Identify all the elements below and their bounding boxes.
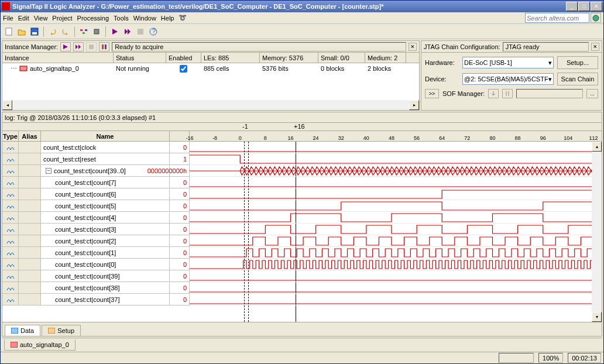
signal-row[interactable]: count_test:ct|count[3] 0 — [2, 224, 190, 235]
autorun-icon[interactable] — [122, 26, 133, 37]
col-les[interactable]: LEs: 885 — [201, 53, 260, 63]
instance-manager-panel: Instance Manager: Ready to acquire ✕ Ins… — [2, 40, 420, 111]
col-alias[interactable]: Alias — [19, 131, 41, 142]
sof-path-field[interactable] — [516, 89, 583, 98]
marker-right: +16 — [294, 123, 305, 130]
autorun-analysis-button[interactable] — [73, 42, 84, 51]
nodes-icon[interactable] — [78, 26, 90, 37]
signal-row[interactable]: count_test:ct|reset 1 — [2, 153, 190, 165]
stop-analysis-button[interactable] — [86, 42, 97, 51]
col-enabled[interactable]: Enabled — [166, 53, 201, 63]
menu-file[interactable]: File — [3, 15, 13, 22]
signal-value: 0 — [183, 226, 187, 233]
signal-row[interactable]: count_test:ct|count[2] 0 — [2, 235, 190, 247]
more-button[interactable]: >> — [425, 89, 439, 98]
scroll-left-icon[interactable]: ◂ — [2, 100, 12, 110]
browse-button[interactable]: ... — [586, 89, 598, 98]
col-status[interactable]: Status — [114, 53, 166, 63]
tab-setup[interactable]: Setup — [42, 325, 81, 336]
signal-row[interactable]: count_test:ct|count[38] 0 — [2, 282, 190, 294]
save-icon[interactable] — [29, 26, 40, 37]
signal-name: count_test:ct|count[0] — [55, 261, 116, 268]
close-button[interactable]: ✕ — [591, 2, 602, 11]
svg-rect-12 — [102, 44, 104, 49]
undo-icon[interactable] — [47, 26, 59, 37]
col-name[interactable]: Name — [41, 131, 170, 142]
run-analysis-button[interactable] — [60, 42, 71, 51]
close-panel-button[interactable]: ✕ — [409, 43, 417, 51]
instance-h-scrollbar[interactable]: ◂ ▸ — [2, 100, 419, 110]
signal-row[interactable]: count_test:ct|count[39] 0 — [2, 270, 190, 282]
jtag-panel: JTAG Chain Configuration: JTAG ready ✕ H… — [421, 40, 602, 111]
signal-name: count_test:ct|count[5] — [55, 202, 116, 210]
jtag-close-button[interactable]: ✕ — [591, 43, 599, 51]
svg-rect-3 — [32, 32, 37, 35]
time-ruler[interactable]: -16-8081624324048566472808896104112 — [190, 131, 602, 142]
status-zoom: 100% — [538, 353, 563, 363]
col-type[interactable]: Type — [2, 131, 19, 142]
instance-manager-label: Instance Manager: — [5, 43, 58, 50]
instance-row[interactable]: ⋯ auto_signaltap_0 Not running 885 cells… — [2, 63, 419, 74]
signal-name: count_test:ct|clock — [43, 144, 96, 151]
menu-help[interactable]: Help — [161, 15, 174, 22]
scroll-down-icon[interactable]: ▾ — [592, 312, 602, 322]
signal-name: count_test:ct|count[38] — [55, 284, 119, 291]
help-toolbar-icon[interactable]: ? — [147, 26, 159, 37]
download-icon[interactable] — [488, 89, 499, 98]
signal-row[interactable]: count_test:ct|count[4] 0 — [2, 212, 190, 224]
signal-value: 0 — [183, 261, 187, 268]
signal-row[interactable]: count_test:ct|count[1] 0 — [2, 247, 190, 259]
col-medium[interactable]: Medium: 2 — [365, 53, 406, 63]
signal-value: 0 — [183, 202, 187, 210]
menu-tools[interactable]: Tools — [114, 15, 129, 22]
signal-row[interactable]: count_test:ct|count[0] 0 — [2, 259, 190, 270]
menu-edit[interactable]: Edit — [18, 15, 29, 22]
signal-row[interactable]: count_test:ct|count[6] 0 — [2, 188, 190, 200]
setup-button[interactable]: Setup... — [557, 56, 598, 69]
col-small[interactable]: Small: 0/0 — [318, 53, 365, 63]
bottom-tab[interactable]: auto_signaltap_0 — [4, 339, 76, 351]
device-select[interactable]: @2: 5CSE(BA5|MA5)/5CSTF ▾ — [462, 73, 554, 85]
minimize-button[interactable]: _ — [566, 2, 578, 11]
open-icon[interactable] — [16, 26, 28, 37]
help-icon[interactable]: ➰ — [179, 14, 187, 22]
status-time: 00:02:13 — [568, 353, 601, 363]
scroll-up-icon[interactable]: ▴ — [592, 142, 602, 152]
signal-value: 0 — [183, 144, 187, 151]
scan-chain-button[interactable]: Scan Chain — [557, 73, 598, 85]
search-web-button[interactable] — [591, 13, 601, 23]
signal-row[interactable]: count_test:ct|count[37] 0 — [2, 294, 190, 305]
maximize-button[interactable]: □ — [578, 2, 590, 11]
scroll-right-icon[interactable]: ▸ — [409, 100, 419, 110]
col-instance[interactable]: Instance — [2, 53, 114, 63]
stop-icon[interactable] — [135, 26, 146, 37]
signal-value: 0000000000h — [147, 167, 187, 174]
signal-row[interactable]: −count_test:ct|count[39..0] 0000000000h — [2, 165, 190, 177]
menu-view[interactable]: View — [34, 15, 48, 22]
signal-name: count_test:ct|count[7] — [55, 179, 116, 186]
svg-rect-17 — [11, 342, 18, 348]
search-input[interactable] — [525, 13, 589, 23]
read-data-button[interactable] — [99, 42, 109, 51]
instance-les: 885 cells — [201, 64, 260, 73]
waveform-canvas[interactable] — [190, 142, 602, 322]
new-icon[interactable] — [3, 26, 15, 37]
tab-data[interactable]: Data — [5, 325, 40, 336]
hardware-select[interactable]: DE-SoC [USB-1] ▾ — [462, 57, 554, 68]
signal-row[interactable]: count_test:ct|count[7] 0 — [2, 177, 190, 188]
menu-processing[interactable]: Processing — [77, 15, 109, 22]
wave-v-scrollbar[interactable]: ▴ ▾ — [592, 142, 602, 322]
attach-icon[interactable] — [502, 89, 513, 98]
menu-window[interactable]: Window — [133, 15, 156, 22]
run-icon[interactable] — [109, 26, 121, 37]
signal-row[interactable]: count_test:ct|count[5] 0 — [2, 200, 190, 212]
signal-row[interactable]: count_test:ct|clock 0 — [2, 142, 190, 153]
menu-project[interactable]: Project — [52, 15, 72, 22]
setup-icon — [48, 328, 55, 334]
col-memory[interactable]: Memory: 5376 — [260, 53, 318, 63]
titlebar[interactable]: SignalTap II Logic Analyzer - G:/Power_e… — [1, 1, 603, 12]
svg-rect-16 — [48, 328, 55, 334]
redo-icon[interactable] — [60, 26, 71, 37]
instance-enabled-checkbox[interactable] — [180, 65, 187, 73]
chip-icon[interactable] — [91, 26, 102, 37]
